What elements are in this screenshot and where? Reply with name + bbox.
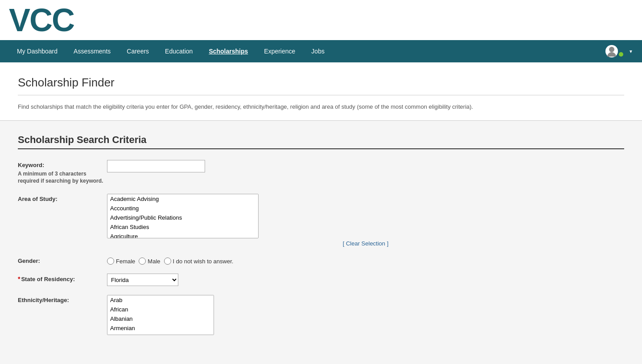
radio-input-male[interactable] — [139, 258, 146, 265]
area-of-study-listbox[interactable]: Academic AdvisingAccountingAdvertising/P… — [107, 194, 259, 238]
page-header: Scholarship Finder Find scholarships tha… — [0, 62, 642, 121]
radio-option-male[interactable]: Male — [139, 258, 160, 265]
nav-item-experience[interactable]: Experience — [256, 41, 303, 61]
page-title: Scholarship Finder — [18, 76, 624, 90]
keyword-control — [107, 160, 624, 172]
radio-option-female[interactable]: Female — [107, 258, 135, 265]
search-form: Keyword: A minimum of 3 characters requi… — [18, 160, 624, 335]
nav-links: My DashboardAssessmentsCareersEducationS… — [9, 41, 333, 61]
gender-row: Gender: FemaleMaleI do not wish to answe… — [18, 256, 624, 265]
page-description: Find scholarships that match the eligibi… — [18, 102, 624, 111]
radio-option-noAnswer[interactable]: I do not wish to answer. — [164, 258, 234, 265]
ethnicity-listbox[interactable]: ArabAfricanAlbanianArmenianAsianBrazilia… — [107, 295, 214, 335]
area-of-study-control: Academic AdvisingAccountingAdvertising/P… — [107, 194, 624, 247]
nav-bar: My DashboardAssessmentsCareersEducationS… — [0, 40, 642, 62]
radio-input-noAnswer[interactable] — [164, 258, 171, 265]
required-star: * — [18, 275, 20, 282]
status-dot — [618, 51, 624, 57]
clear-area-selection[interactable]: [ Clear Selection ] — [107, 240, 624, 247]
radio-input-female[interactable] — [107, 258, 114, 265]
nav-item-careers[interactable]: Careers — [119, 41, 157, 61]
page-divider — [18, 95, 624, 95]
nav-caret-icon: ▼ — [629, 49, 633, 54]
user-icon — [605, 45, 618, 57]
listbox-container: Academic AdvisingAccountingAdvertising/P… — [107, 194, 259, 238]
nav-item-my-dashboard[interactable]: My Dashboard — [9, 41, 66, 61]
ethnicity-control: ArabAfricanAlbanianArmenianAsianBrazilia… — [107, 295, 624, 335]
section-title: Scholarship Search Criteria — [18, 134, 624, 149]
gender-label: Gender: — [18, 256, 107, 264]
area-of-study-label: Area of Study: — [18, 194, 107, 202]
keyword-hint: A minimum of 3 characters required if se… — [18, 170, 107, 185]
nav-item-education[interactable]: Education — [157, 41, 201, 61]
state-control: FloridaAlabamaAlaskaArizonaArkansasCalif… — [107, 274, 624, 286]
ethnicity-label: Ethnicity/Heritage: — [18, 295, 107, 303]
keyword-row: Keyword: A minimum of 3 characters requi… — [18, 160, 624, 185]
ethnicity-row: Ethnicity/Heritage: ArabAfricanAlbanianA… — [18, 295, 624, 335]
keyword-input[interactable] — [107, 160, 205, 172]
state-select[interactable]: FloridaAlabamaAlaskaArizonaArkansasCalif… — [107, 274, 178, 286]
nav-item-scholarships[interactable]: Scholarships — [201, 41, 256, 61]
vcc-logo[interactable]: VCC — [9, 4, 74, 36]
gender-group: FemaleMaleI do not wish to answer. — [107, 256, 624, 265]
state-label: *State of Residency: — [18, 274, 107, 282]
user-menu[interactable]: ▼ — [605, 45, 633, 57]
nav-item-jobs[interactable]: Jobs — [303, 41, 333, 61]
gender-control: FemaleMaleI do not wish to answer. — [107, 256, 624, 265]
state-row: *State of Residency: FloridaAlabamaAlask… — [18, 274, 624, 286]
logo-bar: VCC — [0, 0, 642, 40]
nav-item-assessments[interactable]: Assessments — [66, 41, 119, 61]
area-of-study-row: Area of Study: Academic AdvisingAccounti… — [18, 194, 624, 247]
main-content: Scholarship Search Criteria Keyword: A m… — [0, 121, 642, 358]
keyword-label: Keyword: A minimum of 3 characters requi… — [18, 160, 107, 185]
